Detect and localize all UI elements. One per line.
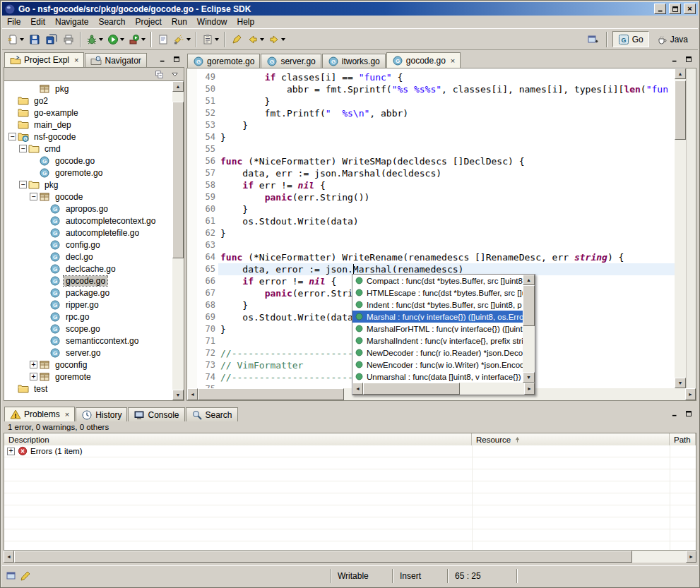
save-all-button[interactable]	[43, 31, 60, 48]
dropdown-arrow-icon[interactable]	[215, 38, 219, 41]
code-line[interactable]: func (*NiceFormatter) WriteSMap(decldesc…	[218, 155, 675, 167]
line-number[interactable]: 71	[197, 335, 215, 347]
tree-item-decl-go[interactable]: Gdecl.go	[4, 251, 172, 263]
tree-item-gocode-go[interactable]: Ggocode.go	[4, 155, 172, 167]
maximize-editor-button[interactable]	[682, 54, 695, 65]
tree-item-main-dep[interactable]: main_dep	[4, 119, 172, 131]
autocomplete-item[interactable]: HTMLEscape : func(dst *bytes.Buffer, src…	[352, 287, 523, 299]
last-edit-button[interactable]	[228, 31, 245, 48]
tree-expander-minus-icon[interactable]: −	[30, 193, 37, 200]
scroll-track[interactable]	[172, 92, 184, 390]
code-line[interactable]: func (*NiceFormatter) WriteRename(rename…	[218, 251, 675, 263]
tab-project-expl[interactable]: Project Expl×	[4, 52, 84, 67]
tree-item-config-go[interactable]: Gconfig.go	[4, 239, 172, 251]
code-line[interactable]: if err != nil {	[218, 179, 675, 191]
tree-item-autocompletefile-go[interactable]: Gautocompletefile.go	[4, 227, 172, 239]
overview-ruler[interactable]	[686, 68, 696, 388]
tree-item-server-go[interactable]: Gserver.go	[4, 347, 172, 359]
maximize-problems-button[interactable]	[682, 408, 695, 419]
open-resource-button[interactable]	[155, 31, 172, 48]
dropdown-arrow-icon[interactable]	[120, 38, 124, 41]
tree-item-scope-go[interactable]: Gscope.go	[4, 323, 172, 335]
line-number[interactable]: 54	[197, 131, 215, 143]
scroll-thumb[interactable]	[198, 388, 344, 400]
debug-button[interactable]	[84, 31, 105, 48]
tree-item-rpc-go[interactable]: Grpc.go	[4, 311, 172, 323]
line-number[interactable]: 61	[197, 215, 215, 227]
line-number[interactable]: 74	[197, 371, 215, 383]
editor-vertical-scrollbar[interactable]: ▲▼	[675, 68, 686, 388]
explorer-scrollbar[interactable]: ▲▼	[172, 81, 184, 400]
view-menu-button[interactable]	[168, 68, 182, 80]
tab-gocode-go[interactable]: Ggocode.go×	[386, 52, 461, 68]
line-number[interactable]: 49	[197, 71, 215, 83]
code-line[interactable]: }	[218, 227, 675, 239]
line-number[interactable]: 60	[197, 203, 215, 215]
collapse-all-button[interactable]	[153, 68, 166, 80]
line-number[interactable]: 75	[197, 383, 215, 388]
tree-item-cmd[interactable]: −cmd	[4, 143, 172, 155]
minimize-view-button[interactable]	[156, 54, 169, 65]
autocomplete-item[interactable]: MarshalForHTML : func(v interface{}) ([]…	[352, 323, 523, 335]
problems-row[interactable]: +Errors (1 item)	[4, 445, 696, 457]
minimize-button[interactable]	[654, 4, 666, 14]
tree-item-pkg[interactable]: −pkg	[4, 179, 172, 191]
scroll-thumb[interactable]	[523, 285, 535, 326]
menu-window[interactable]: Window	[192, 16, 232, 28]
open-perspective-button[interactable]	[584, 31, 601, 48]
print-button[interactable]	[60, 31, 77, 48]
column-header-resource[interactable]: Resource	[472, 433, 670, 445]
close-button[interactable]: ×	[684, 4, 696, 14]
line-number[interactable]: 58	[197, 179, 215, 191]
external-tools-button[interactable]	[126, 31, 148, 48]
scroll-thumb[interactable]	[363, 383, 460, 395]
dropdown-arrow-icon[interactable]	[20, 38, 24, 41]
tasks-button[interactable]	[200, 31, 221, 48]
code-line[interactable]	[218, 239, 675, 251]
menu-edit[interactable]: Edit	[25, 16, 50, 28]
perspective-java-button[interactable]: Java	[651, 31, 694, 47]
autocomplete-item[interactable]: NewEncoder : func(w io.Writer) *json.Enc…	[352, 359, 523, 371]
maximize-view-button[interactable]	[170, 54, 183, 65]
line-number[interactable]: 62	[197, 227, 215, 239]
dropdown-arrow-icon[interactable]	[141, 38, 146, 41]
scroll-left-icon[interactable]: ◄	[4, 551, 14, 563]
scroll-right-icon[interactable]: ►	[685, 388, 696, 400]
annotation-ruler[interactable]	[187, 68, 197, 388]
tree-item-autocompletecontext-go[interactable]: Gautocompletecontext.go	[4, 215, 172, 227]
scroll-thumb[interactable]	[675, 80, 686, 140]
code-line[interactable]: os.Stdout.Write(data)	[218, 215, 675, 227]
tree-expander-plus-icon[interactable]: +	[30, 361, 37, 368]
scroll-down-icon[interactable]: ▼	[523, 372, 535, 383]
forward-button[interactable]	[266, 31, 287, 48]
column-header-path[interactable]: Path	[670, 433, 696, 445]
close-tab-icon[interactable]: ×	[74, 56, 78, 64]
scroll-track[interactable]	[14, 551, 686, 563]
fast-view-icon[interactable]	[6, 570, 17, 582]
line-number[interactable]: 55	[197, 143, 215, 155]
tab-problems[interactable]: !Problems×	[4, 407, 75, 421]
search-button[interactable]	[172, 31, 193, 48]
titlebar[interactable]: Go - nsf-gocode/src/pkg/gocode/gocode.go…	[2, 2, 698, 16]
scroll-down-icon[interactable]: ▼	[675, 378, 686, 388]
tree-item-gocode-go[interactable]: Ggocode.go	[4, 275, 172, 287]
code-line[interactable]: }	[218, 131, 675, 143]
line-number[interactable]: 68	[197, 299, 215, 311]
line-number[interactable]: 51	[197, 95, 215, 107]
back-button[interactable]	[245, 31, 266, 48]
scroll-up-icon[interactable]: ▲	[675, 68, 686, 79]
problems-horizontal-scrollbar[interactable]: ◄►	[4, 551, 696, 563]
tab-console[interactable]: Console	[128, 407, 184, 421]
scroll-thumb[interactable]	[172, 102, 184, 258]
tab-navigator[interactable]: Navigator	[85, 53, 146, 67]
scroll-down-icon[interactable]: ▼	[172, 390, 184, 400]
line-number[interactable]: 65	[197, 263, 215, 275]
tree-item-goremote-go[interactable]: Ggoremote.go	[4, 167, 172, 179]
run-button[interactable]	[105, 31, 126, 48]
code-line[interactable]	[218, 143, 675, 155]
tree-item-test[interactable]: test	[4, 383, 172, 395]
row-expander-plus-icon[interactable]: +	[7, 448, 15, 455]
scroll-up-icon[interactable]: ▲	[172, 81, 184, 92]
tree-item-go2[interactable]: go2	[4, 95, 172, 107]
menu-run[interactable]: Run	[167, 16, 192, 28]
